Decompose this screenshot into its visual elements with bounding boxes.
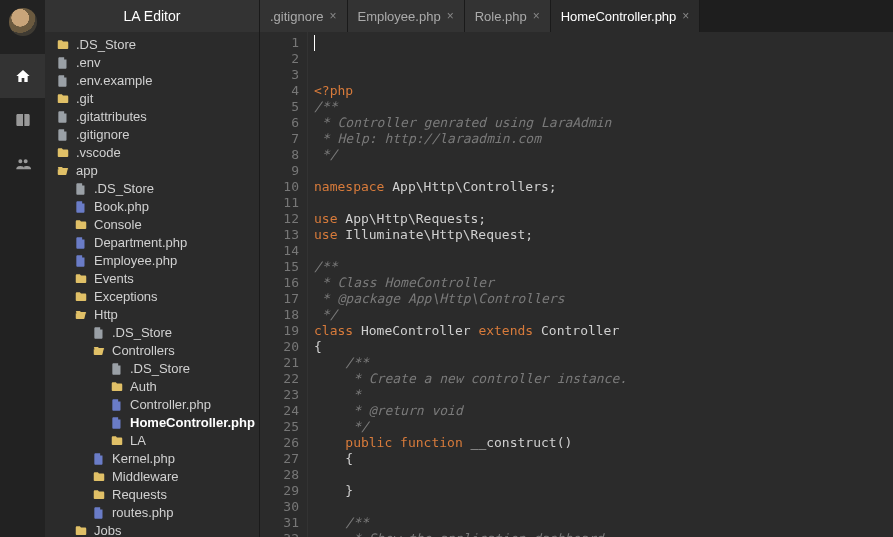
- file-tree[interactable]: .DS_Store.env.env.example.git.gitattribu…: [45, 32, 259, 537]
- tree-node-label: Events: [94, 270, 134, 288]
- code-line[interactable]: *: [314, 387, 887, 403]
- tree-node[interactable]: .vscode: [45, 144, 259, 162]
- code-line[interactable]: /**: [314, 99, 887, 115]
- tree-node[interactable]: .env: [45, 54, 259, 72]
- line-gutter: 1234567891011121314151617181920212223242…: [260, 32, 308, 537]
- folder-icon: [55, 37, 71, 53]
- tree-node-label: app: [76, 162, 98, 180]
- folder-icon: [73, 307, 89, 323]
- code-line[interactable]: [314, 243, 887, 259]
- line-number: 8: [260, 147, 299, 163]
- code-line[interactable]: * Create a new controller instance.: [314, 371, 887, 387]
- tree-node[interactable]: .DS_Store: [45, 180, 259, 198]
- tree-node[interactable]: Kernel.php: [45, 450, 259, 468]
- tab[interactable]: HomeController.php×: [551, 0, 701, 32]
- code-line[interactable]: */: [314, 147, 887, 163]
- tree-node[interactable]: .DS_Store: [45, 360, 259, 378]
- code-line[interactable]: [314, 499, 887, 515]
- tab-label: Role.php: [475, 9, 527, 24]
- code-line[interactable]: */: [314, 419, 887, 435]
- tree-node[interactable]: LA: [45, 432, 259, 450]
- close-icon[interactable]: ×: [533, 9, 540, 23]
- tree-node[interactable]: Http: [45, 306, 259, 324]
- code-line[interactable]: /**: [314, 355, 887, 371]
- line-number: 24: [260, 403, 299, 419]
- code-line[interactable]: public function __construct(): [314, 435, 887, 451]
- code-line[interactable]: * Help: http://laraadmin.com: [314, 131, 887, 147]
- code-line[interactable]: * Show the application dashboard.: [314, 531, 887, 537]
- code-line[interactable]: [314, 163, 887, 179]
- close-icon[interactable]: ×: [682, 9, 689, 23]
- text-cursor: [314, 35, 315, 51]
- code-line[interactable]: /**: [314, 259, 887, 275]
- close-icon[interactable]: ×: [447, 9, 454, 23]
- tree-node[interactable]: Department.php: [45, 234, 259, 252]
- tree-node[interactable]: .git: [45, 90, 259, 108]
- tree-node[interactable]: app: [45, 162, 259, 180]
- code-content[interactable]: <?php/** * Controller genrated using Lar…: [308, 32, 893, 537]
- tree-node[interactable]: Exceptions: [45, 288, 259, 306]
- code-line[interactable]: namespace App\Http\Controllers;: [314, 179, 887, 195]
- tree-node[interactable]: .DS_Store: [45, 324, 259, 342]
- code-line[interactable]: class HomeController extends Controller: [314, 323, 887, 339]
- editor-area: .gitignore×Employee.php×Role.php×HomeCon…: [260, 0, 893, 537]
- line-number: 5: [260, 99, 299, 115]
- tree-node-label: .vscode: [76, 144, 121, 162]
- tree-node[interactable]: .gitattributes: [45, 108, 259, 126]
- file-icon: [91, 325, 107, 341]
- tree-node[interactable]: Auth: [45, 378, 259, 396]
- tab[interactable]: Employee.php×: [348, 0, 465, 32]
- nav-users[interactable]: [0, 142, 45, 186]
- code-line[interactable]: /**: [314, 515, 887, 531]
- tree-node[interactable]: Middleware: [45, 468, 259, 486]
- code-line[interactable]: use App\Http\Requests;: [314, 211, 887, 227]
- tree-node-label: .gitignore: [76, 126, 129, 144]
- file-icon: [55, 127, 71, 143]
- tree-node[interactable]: Requests: [45, 486, 259, 504]
- tree-node-label: .gitattributes: [76, 108, 147, 126]
- line-number: 20: [260, 339, 299, 355]
- line-number: 25: [260, 419, 299, 435]
- tree-node[interactable]: routes.php: [45, 504, 259, 522]
- code-line[interactable]: {: [314, 451, 887, 467]
- tree-node[interactable]: Controllers: [45, 342, 259, 360]
- tree-node[interactable]: Controller.php: [45, 396, 259, 414]
- line-number: 7: [260, 131, 299, 147]
- code-line[interactable]: * Controller genrated using LaraAdmin: [314, 115, 887, 131]
- nav-home[interactable]: [0, 54, 45, 98]
- line-number: 4: [260, 83, 299, 99]
- tree-node[interactable]: Console: [45, 216, 259, 234]
- tree-node-label: Auth: [130, 378, 157, 396]
- tree-node[interactable]: Employee.php: [45, 252, 259, 270]
- code-line[interactable]: {: [314, 339, 887, 355]
- code-line[interactable]: use Illuminate\Http\Request;: [314, 227, 887, 243]
- close-icon[interactable]: ×: [329, 9, 336, 23]
- tree-node[interactable]: Jobs: [45, 522, 259, 537]
- file-icon: [91, 505, 107, 521]
- tree-node[interactable]: .gitignore: [45, 126, 259, 144]
- tree-node[interactable]: Book.php: [45, 198, 259, 216]
- code-line[interactable]: }: [314, 483, 887, 499]
- code-line[interactable]: * @return void: [314, 403, 887, 419]
- code-line[interactable]: [314, 195, 887, 211]
- avatar[interactable]: [9, 8, 37, 36]
- code-line[interactable]: * @package App\Http\Controllers: [314, 291, 887, 307]
- tree-node[interactable]: Events: [45, 270, 259, 288]
- code-editor[interactable]: 1234567891011121314151617181920212223242…: [260, 32, 893, 537]
- code-line[interactable]: <?php: [314, 83, 887, 99]
- code-line[interactable]: */: [314, 307, 887, 323]
- code-line[interactable]: [314, 467, 887, 483]
- line-number: 28: [260, 467, 299, 483]
- tree-node-label: Controllers: [112, 342, 175, 360]
- nav-docs[interactable]: [0, 98, 45, 142]
- tree-node-label: .DS_Store: [130, 360, 190, 378]
- tab[interactable]: Role.php×: [465, 0, 551, 32]
- line-number: 9: [260, 163, 299, 179]
- line-number: 3: [260, 67, 299, 83]
- code-line[interactable]: * Class HomeController: [314, 275, 887, 291]
- tree-node[interactable]: .env.example: [45, 72, 259, 90]
- tree-node-label: Book.php: [94, 198, 149, 216]
- tree-node[interactable]: .DS_Store: [45, 36, 259, 54]
- tree-node[interactable]: HomeController.php: [45, 414, 259, 432]
- tab[interactable]: .gitignore×: [260, 0, 348, 32]
